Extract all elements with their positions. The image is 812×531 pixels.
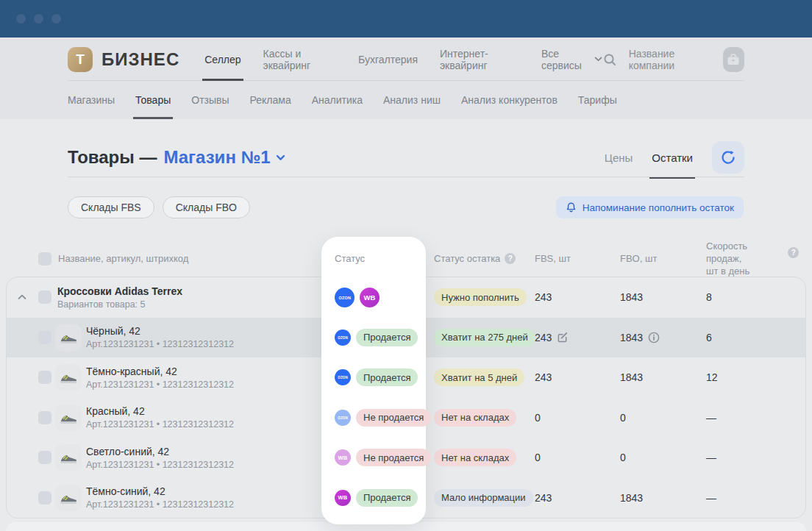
- variant-article: Арт.1231231231 • 12312312312312: [86, 419, 234, 430]
- subnav-item-stores[interactable]: Магазины: [68, 81, 115, 119]
- variant-name: Чёрный, 42: [86, 325, 234, 337]
- subnav-item-reviews[interactable]: Отзывы: [191, 81, 229, 119]
- chevron-down-icon: [594, 57, 602, 62]
- variant-name: Тёмно-синий, 42: [86, 485, 234, 497]
- stock-reminder-button[interactable]: Напоминание пополнить остаток: [556, 196, 744, 218]
- subnav-item-analytics[interactable]: Аналитика: [312, 81, 363, 119]
- table-row[interactable]: Тёмно-синий, 42 Арт.1231231231 • 1231231…: [7, 478, 805, 518]
- subnav-item-niche-analysis[interactable]: Анализ ниш: [383, 81, 441, 119]
- company-avatar[interactable]: [723, 47, 745, 72]
- window-maximize-button[interactable]: [51, 14, 61, 24]
- stock-status-badge: Хватит на 5 дней: [434, 368, 524, 386]
- fbo-count: 0: [620, 452, 706, 463]
- table-row[interactable]: Тёмно-красный, 42 Арт.1231231231 • 12312…: [7, 357, 805, 398]
- product-thumbnail: [55, 364, 82, 391]
- fbs-count: 243: [535, 332, 552, 343]
- wb-badge-inactive: WB: [335, 449, 351, 466]
- column-header-speed: Скорость продаж, ? шт в день: [706, 240, 812, 277]
- window-titlebar: [0, 0, 812, 38]
- nav-item-seller[interactable]: Селлер: [204, 38, 241, 81]
- filter-fbo-warehouses[interactable]: Склады FBO: [163, 196, 250, 218]
- row-checkbox[interactable]: [38, 291, 51, 304]
- sale-status-badge: Не продается: [356, 409, 431, 427]
- nav-item-cash[interactable]: Кассы и эквайринг: [263, 38, 337, 81]
- subnav-item-ads[interactable]: Реклама: [250, 81, 291, 119]
- info-icon[interactable]: [648, 332, 660, 343]
- row-checkbox[interactable]: [38, 451, 51, 464]
- table-row[interactable]: Светло-синий, 42 Арт.1231231231 • 123123…: [7, 438, 805, 478]
- business-logo[interactable]: Т БИЗНЕС: [68, 47, 179, 72]
- search-icon[interactable]: [602, 52, 617, 67]
- variant-article: Арт.1231231231 • 12312312312312: [86, 460, 234, 470]
- briefcase-icon: [725, 51, 741, 68]
- logo-shield-icon: Т: [68, 47, 93, 72]
- fbs-count: 243: [535, 371, 620, 383]
- sales-speed: 6: [706, 332, 805, 343]
- column-header-fbs: FBS, шт: [535, 253, 620, 264]
- fbo-count: 1843: [620, 332, 643, 343]
- fbo-count: 1843: [620, 291, 706, 303]
- window-close-button[interactable]: [16, 14, 26, 24]
- window-minimize-button[interactable]: [34, 14, 43, 24]
- edit-icon[interactable]: [557, 332, 568, 343]
- variant-name: Тёмно-красный, 42: [86, 366, 234, 377]
- app-header: Т БИЗНЕС Селлер Кассы и эквайринг Бухгал…: [0, 38, 812, 119]
- column-header-name: Название, артикул, штрихкод: [58, 253, 188, 264]
- fbs-count: 0: [535, 452, 620, 463]
- stock-status-badge: Хватит на 275 дней: [434, 329, 535, 346]
- subnav-item-competitor-analysis[interactable]: Анализ конкурентов: [461, 81, 558, 119]
- collapse-chevron-icon[interactable]: [18, 294, 26, 300]
- variants-count: Вариантов товара: 5: [57, 299, 182, 310]
- filter-fbs-warehouses[interactable]: Склады FBS: [68, 196, 154, 218]
- product-thumbnail: [55, 444, 82, 471]
- stock-status-badge: Мало информации: [434, 489, 533, 507]
- nav-item-acquiring[interactable]: Интернет-эквайринг: [440, 38, 519, 81]
- variant-name: Светло-синий, 42: [86, 446, 234, 457]
- products-table: Кроссовки Adidas Terrex Вариантов товара…: [6, 277, 806, 518]
- seller-subnav: Магазины Товары Отзывы Реклама Аналитика…: [0, 81, 812, 119]
- row-checkbox[interactable]: [38, 411, 51, 424]
- sales-speed: 8: [706, 291, 805, 303]
- top-navigation: Селлер Кассы и эквайринг Бухгалтерия Инт…: [204, 38, 602, 81]
- tab-stock[interactable]: Остатки: [652, 141, 693, 174]
- stock-status-badge: Нет на складах: [434, 409, 516, 427]
- fbo-count: 1843: [620, 371, 706, 383]
- company-name[interactable]: Название компании: [629, 48, 711, 71]
- sale-status-badge: Продается: [356, 368, 418, 386]
- tab-prices[interactable]: Цены: [605, 141, 633, 174]
- ozon-badge: OZON: [335, 288, 355, 307]
- column-header-fbo: FBO, шт: [620, 253, 706, 264]
- table-row[interactable]: Красный, 42 Арт.1231231231 • 12312312312…: [7, 398, 805, 438]
- stock-status-badge: Нет на складах: [434, 449, 516, 466]
- sales-speed: 12: [706, 371, 805, 383]
- nav-item-accounting[interactable]: Бухгалтерия: [358, 38, 418, 81]
- column-header-status: Статус: [321, 253, 426, 264]
- variant-name: Красный, 42: [86, 405, 234, 417]
- table-row[interactable]: Чёрный, 42 Арт.1231231231 • 123123123123…: [7, 318, 805, 358]
- fbs-count: 0: [535, 412, 620, 424]
- row-checkbox[interactable]: [38, 491, 51, 505]
- ozon-badge-inactive: OZON: [335, 410, 351, 426]
- fbs-count: 243: [535, 291, 620, 303]
- chevron-down-icon: [276, 154, 285, 161]
- sales-speed: —: [706, 492, 805, 504]
- nav-item-all-services[interactable]: Все сервисы: [541, 38, 602, 81]
- help-icon[interactable]: ?: [505, 253, 516, 264]
- column-header-stock-status: Статус остатка: [434, 253, 500, 264]
- store-selector[interactable]: Магазин №1: [163, 147, 285, 168]
- sales-speed: —: [706, 452, 805, 463]
- subnav-item-products[interactable]: Товары: [135, 81, 171, 119]
- row-checkbox[interactable]: [38, 371, 51, 384]
- ozon-badge: OZON: [335, 369, 351, 385]
- refresh-button[interactable]: [712, 141, 744, 174]
- main-content: Товары — Магазин №1 Цены Остатки Склады …: [0, 119, 812, 531]
- help-icon[interactable]: ?: [788, 247, 799, 258]
- row-checkbox[interactable]: [38, 331, 51, 344]
- sale-status-badge: Продается: [356, 329, 418, 346]
- fbo-count: 0: [620, 412, 706, 424]
- select-all-checkbox[interactable]: [38, 252, 51, 266]
- sales-speed: —: [706, 412, 805, 424]
- wb-badge: WB: [335, 490, 351, 506]
- subnav-item-tariffs[interactable]: Тарифы: [578, 81, 617, 119]
- table-row-group[interactable]: Кроссовки Adidas Terrex Вариантов товара…: [7, 277, 805, 318]
